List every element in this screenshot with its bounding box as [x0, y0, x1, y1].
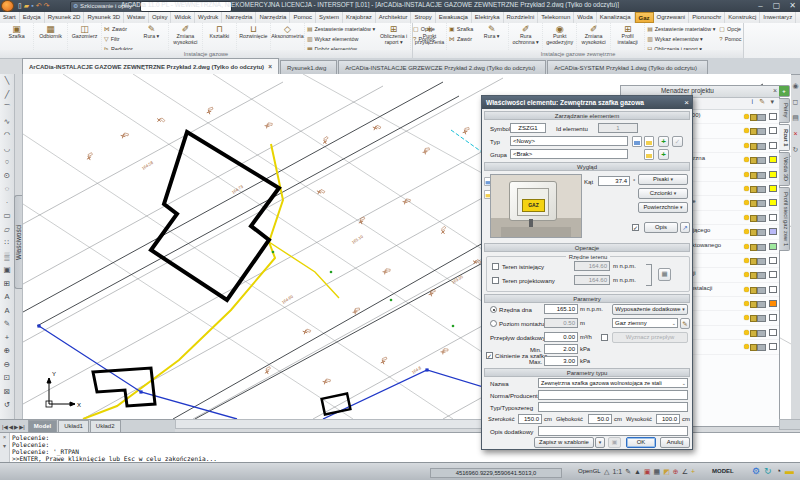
ribbon-tab[interactable]: Narzędzia	[222, 12, 256, 23]
region-tool-icon[interactable]: ▣	[3, 263, 10, 277]
battery-icon[interactable]: ▬	[785, 465, 794, 478]
layer-color-swatch[interactable]	[769, 314, 777, 321]
ucs-indicator-icon[interactable]: △	[604, 466, 609, 477]
zoom-out-tool-icon[interactable]: ⊖	[4, 358, 10, 372]
add-group-button[interactable]: +	[658, 149, 669, 160]
lock-icon[interactable]	[750, 172, 757, 179]
lock-indicator-icon[interactable]: ▣	[644, 466, 651, 477]
symbol-field[interactable]: ZSZG1	[510, 123, 546, 133]
printer-icon[interactable]	[757, 301, 766, 308]
lock-icon[interactable]	[750, 229, 757, 236]
ribbon-button-szafka[interactable]: ▣Szafka	[0, 23, 34, 50]
visibility-bulb-icon[interactable]	[744, 215, 749, 220]
type-template-icon[interactable]	[644, 136, 654, 147]
text-tool-icon[interactable]: A	[4, 290, 9, 304]
ribbon-tab[interactable]: Narzędzia	[256, 12, 290, 23]
document-tab[interactable]: ArCADia-INSTALACJE GAZOWE ZEWNĘTRZNE Prz…	[22, 58, 279, 74]
layer-color-swatch[interactable]	[769, 286, 777, 293]
scale-indicator[interactable]: 1:1	[612, 466, 622, 477]
model-space-label[interactable]: MODEL	[712, 468, 734, 474]
visibility-bulb-icon[interactable]	[744, 114, 749, 119]
ribbon-button-aksonometria[interactable]: ◇Aksonometria	[271, 23, 305, 50]
description-checkbox[interactable]: ✓	[632, 224, 639, 231]
zoom-extents-tool-icon[interactable]: ⊠	[4, 385, 10, 399]
close-panel-icon[interactable]: ×	[773, 86, 777, 96]
point-tool-icon[interactable]: ·	[6, 196, 9, 210]
ribbon-tab[interactable]: Wstaw	[124, 12, 149, 23]
visibility-bulb-icon[interactable]	[744, 287, 749, 292]
ribbon-tab[interactable]: Konstrukcj	[725, 12, 760, 23]
lock-icon[interactable]	[750, 330, 757, 337]
bottom-level-field[interactable]: 165.10	[544, 304, 578, 314]
ribbon-button-rura[interactable]: ✎Rura ▾	[135, 23, 169, 50]
lock-icon[interactable]	[750, 301, 757, 308]
info-icon[interactable]: i	[751, 98, 753, 105]
snap-toggle-icon[interactable]: ◩	[663, 466, 670, 477]
surfaces-button[interactable]: Powierzchnie ▾	[638, 202, 688, 213]
printer-icon[interactable]	[757, 215, 766, 222]
layer-color-swatch[interactable]	[769, 343, 777, 350]
ribbon-tab[interactable]: Rysunek 2D	[45, 12, 85, 23]
visibility-bulb-icon[interactable]	[744, 172, 749, 177]
extra-flow-field[interactable]: 0.00	[544, 332, 578, 342]
edit-tool-icon[interactable]: ✎	[4, 317, 10, 331]
type-combo[interactable]: <Nowy>	[510, 136, 628, 146]
ribbon-button-zawór[interactable]: ⋈Zawór	[449, 34, 473, 44]
line-tool-icon[interactable]: ╲	[5, 74, 10, 88]
printer-icon[interactable]	[757, 344, 766, 351]
layer-color-swatch[interactable]	[769, 113, 777, 120]
ribbon-button-odbiornik[interactable]: ▦Odbiornik	[34, 23, 68, 50]
layer-color-swatch[interactable]	[769, 329, 777, 336]
printer-icon[interactable]	[757, 258, 766, 265]
printer-icon[interactable]	[757, 172, 766, 179]
view-tab[interactable]: +	[779, 85, 790, 97]
extra-desc-field[interactable]	[538, 426, 688, 436]
ribbon-tab[interactable]: Edycja	[20, 12, 45, 23]
visibility-bulb-icon[interactable]	[744, 272, 749, 277]
norm-field[interactable]	[538, 390, 688, 400]
lock-icon[interactable]	[750, 287, 757, 294]
lock-icon[interactable]	[750, 186, 757, 193]
angle-field[interactable]: 37.4	[598, 176, 630, 186]
mount-level-radio[interactable]	[490, 320, 497, 327]
ribbon-button-wykaz-elementów[interactable]: ▥Wykaz elementów ▾	[647, 34, 715, 44]
visibility-bulb-icon[interactable]	[744, 344, 749, 349]
table-tool-icon[interactable]: ⊞	[4, 277, 10, 291]
printer-icon[interactable]	[757, 157, 766, 164]
ribbon-tab[interactable]: Piorunochr	[689, 12, 725, 23]
ribbon-tab[interactable]: Gaz	[635, 12, 654, 23]
max-pressure-field[interactable]: 3.00	[544, 356, 578, 366]
ribbon-button-rura[interactable]: ✎Rura ▾	[475, 23, 509, 50]
ribbon-button-szafka[interactable]: ▣Szafka	[449, 24, 473, 34]
visibility-bulb-icon[interactable]	[744, 330, 749, 335]
ribbon-tab[interactable]: Opisy	[149, 12, 171, 23]
open-description-icon[interactable]: ↗	[680, 222, 690, 233]
lock-icon[interactable]	[750, 244, 757, 251]
lock-icon[interactable]	[750, 272, 757, 279]
dialog-close-icon[interactable]: ×	[684, 96, 689, 109]
add-type-button[interactable]: +	[658, 136, 669, 147]
visibility-bulb-icon[interactable]	[744, 229, 749, 234]
visibility-bulb-icon[interactable]	[744, 143, 749, 148]
ribbon-tab[interactable]: Pomoc	[290, 12, 316, 23]
ribbon-button-pomoc[interactable]: ?Pomoc	[719, 34, 741, 44]
series-field[interactable]	[538, 402, 688, 412]
polygon-tool-icon[interactable]: ▱	[4, 223, 10, 237]
view-list-icon[interactable]: ▤	[792, 110, 799, 126]
ribbon-button-filtr[interactable]: ▽Filtr	[104, 34, 133, 44]
ribbon-button-punkt-przyłączenia[interactable]: ∗Punkt przyłączenia	[413, 23, 447, 50]
save-template-arrow[interactable]: ▾	[595, 437, 605, 448]
lwt-toggle-icon[interactable]: +	[691, 466, 695, 477]
ribbon-tab[interactable]: System	[316, 12, 343, 23]
layer-color-swatch[interactable]	[769, 228, 777, 235]
layout-nav-arrow[interactable]: ▶	[14, 424, 18, 430]
printer-icon[interactable]	[757, 287, 766, 294]
visibility-bulb-icon[interactable]	[744, 258, 749, 263]
printer-icon[interactable]	[757, 128, 766, 135]
ribbon-button-gazomierz[interactable]: ◫Gazomierz	[68, 23, 102, 50]
lock-view-icon[interactable]: ◻	[793, 94, 799, 110]
printer-icon[interactable]	[757, 315, 766, 322]
hatch-tool-icon[interactable]: ▒	[4, 250, 9, 264]
ribbon-tab[interactable]: Inwentaryz	[760, 12, 796, 23]
printer-icon[interactable]	[757, 114, 766, 121]
